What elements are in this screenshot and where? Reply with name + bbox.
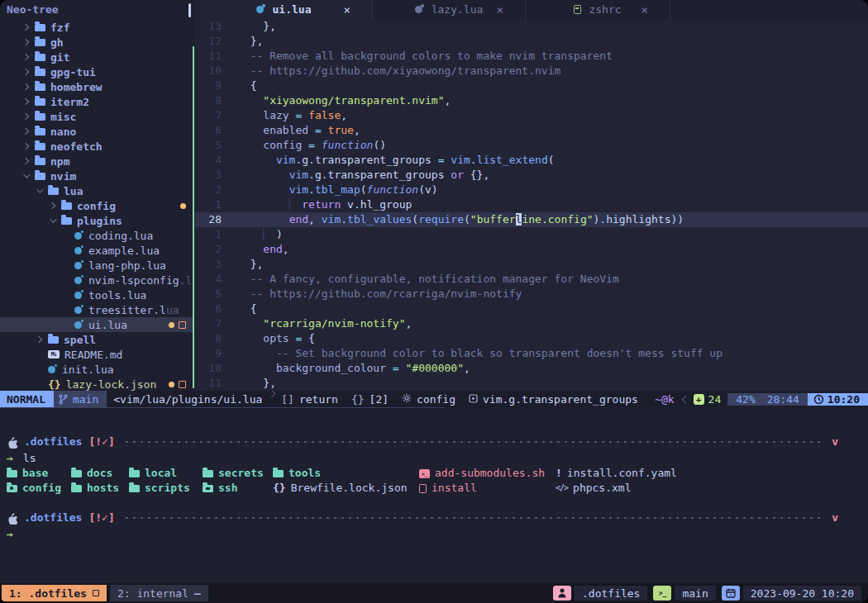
tree-item-nvim[interactable]: nvim (0, 169, 193, 183)
tab-zshrc[interactable]: zshrc× (526, 0, 670, 19)
code-token: vim (289, 183, 308, 196)
tree-item-ui-lua[interactable]: ui.lua (0, 317, 193, 332)
line-number: 1 (195, 197, 222, 212)
tree-item-lua[interactable]: lua (0, 183, 193, 198)
chevron-right-icon[interactable] (22, 158, 29, 164)
chevron-right-icon[interactable] (22, 24, 29, 31)
tree-item-fzf[interactable]: fzf (0, 20, 193, 35)
chevron-right-icon[interactable] (22, 143, 29, 150)
tab-lazy-lua[interactable]: lazy.lua× (373, 0, 526, 19)
tmux-window-2-internal[interactable]: 2: internal– (110, 585, 208, 601)
code-line[interactable]: 5 config = function() (195, 138, 868, 153)
chevron-down-icon[interactable] (50, 216, 56, 222)
line-number: 8 (195, 331, 222, 346)
line-number: 28 (195, 212, 222, 227)
tree-item-plugins[interactable]: plugins (0, 213, 193, 228)
chevron-down-icon[interactable] (23, 171, 30, 178)
tree-item-gpg-tui[interactable]: gpg-tui (0, 64, 193, 79)
lua-icon (415, 6, 422, 13)
code-line[interactable]: 12 }, (195, 34, 868, 49)
folder-icon (35, 83, 45, 91)
code-line[interactable]: 13 }, (195, 19, 868, 34)
tree-item-example-lua[interactable]: example.lua (0, 243, 193, 258)
chevron-right-icon[interactable] (22, 69, 29, 75)
code-line[interactable]: 9 { (195, 78, 868, 93)
code-line[interactable]: 5 -- https://github.com/rcarriga/nvim-no… (195, 287, 868, 302)
tree-item-label: README.md (64, 349, 122, 361)
chevron-right-icon[interactable] (22, 113, 29, 120)
modified-dot-badge (169, 382, 174, 387)
tree-item-readme-md[interactable]: M↓README.md (0, 347, 193, 362)
tree-item-config[interactable]: config (0, 198, 193, 213)
chevron-down-icon[interactable] (36, 186, 43, 192)
close-icon[interactable]: × (497, 3, 503, 17)
tree-item-homebrew[interactable]: homebrew (0, 79, 193, 94)
tree-item-coding-lua[interactable]: coding.lua (0, 228, 193, 243)
code-line[interactable]: 10 background_colour = "#000000", (195, 361, 868, 376)
tree-item-gh[interactable]: gh (0, 35, 193, 50)
code-line[interactable]: 7 "rcarriga/nvim-notify", (195, 316, 868, 331)
close-icon[interactable]: × (641, 3, 648, 17)
code-line[interactable]: 6 { (195, 302, 868, 316)
tmux-session-name[interactable]: .dotfiles (575, 586, 647, 601)
tree-item-nano[interactable]: nano (0, 124, 193, 139)
prompt-arrow-icon: → (7, 527, 13, 542)
active-prompt-line[interactable]: → (7, 527, 838, 542)
tree-item-misc[interactable]: misc (0, 109, 193, 124)
tree-item-treesitter-l[interactable]: treesitter.lua (0, 302, 193, 317)
tree-item-lazy-lock-json[interactable]: {}lazy-lock.json (0, 377, 193, 392)
tree-item-neofetch[interactable]: neofetch (0, 139, 193, 154)
tree-item-init-lua[interactable]: init.lua (0, 362, 193, 377)
code-line[interactable]: 10 -- https://github.com/xiyaowong/trans… (195, 64, 868, 78)
folder-icon (35, 128, 45, 135)
code-line[interactable]: 2 end, (195, 242, 868, 257)
chevron-right-icon[interactable] (22, 83, 29, 90)
tree-item-tools-lua[interactable]: tools.lua (0, 287, 193, 302)
line-number: 10 (195, 361, 222, 376)
code-line[interactable]: 8 "xiyaowong/transparent.nvim", (195, 93, 868, 108)
code-line[interactable]: 4 -- A fancy, configurable, notification… (195, 272, 868, 287)
code-text: }, (237, 257, 263, 272)
code-editor[interactable]: 13 },12 },11 -- Remove all background co… (195, 19, 868, 391)
code-line[interactable]: 3 vim.g.transparent_groups or {}, (195, 168, 868, 183)
neo-tree-scrollbar-thumb[interactable] (188, 3, 191, 17)
code-line[interactable]: 2 vim.tbl_map(function(v) (195, 183, 868, 197)
code-line[interactable]: 3 }, (195, 257, 868, 272)
tmux-window-1-dotfiles[interactable]: 1: .dotfiles (2, 585, 107, 601)
tree-item-spell[interactable]: spell (0, 332, 193, 347)
code-line[interactable]: 1 ▏ return v.hl_group (195, 197, 868, 212)
code-line[interactable]: 1 ▏ ) (195, 227, 868, 242)
chevron-right-icon[interactable] (22, 128, 29, 135)
code-line[interactable]: 4 vim.g.transparent_groups = vim.list_ex… (195, 153, 868, 168)
code-token (237, 169, 289, 181)
code-token: end (289, 213, 308, 226)
tree-item-iterm2[interactable]: iterm2 (0, 94, 193, 109)
chevron-right-icon[interactable] (36, 336, 42, 343)
ls-entry-ssh: ssh (203, 481, 237, 496)
code-token: function (367, 183, 419, 196)
chevron-right-icon[interactable] (22, 54, 29, 60)
tmux-datetime: 2023-09-20 10:20 (743, 586, 861, 601)
close-icon[interactable]: × (344, 3, 351, 17)
chevron-right-icon[interactable] (49, 202, 55, 209)
shell-pane[interactable]: .dotfiles [!✓] v → ls basedocslocalsecre… (0, 408, 868, 583)
code-line[interactable]: 7 lazy = false, (195, 108, 868, 123)
chevron-right-icon[interactable] (22, 98, 29, 105)
code-token: opts (263, 332, 289, 344)
code-line[interactable]: 11 }, (195, 376, 868, 391)
chevron-right-icon[interactable] (22, 39, 29, 45)
tree-item-nvim-lspconfig[interactable]: nvim-lspconfig.l (0, 273, 193, 287)
tree-item-lang-php-lua[interactable]: lang-php.lua (0, 258, 193, 273)
code-line[interactable]: 11 -- Remove all background colors to ma… (195, 49, 868, 64)
tree-item-label: treesitter.l (88, 304, 166, 316)
pane-separator[interactable] (193, 46, 194, 388)
code-token (237, 109, 263, 121)
folder-open-icon (35, 173, 45, 180)
code-line[interactable]: 6 enabled = true, (195, 123, 868, 138)
tree-item-git[interactable]: git (0, 50, 193, 64)
code-line[interactable]: 9 -- Set background color to black so tr… (195, 346, 868, 361)
tree-item-npm[interactable]: npm (0, 154, 193, 169)
tab-ui-lua[interactable]: ui.lua× (195, 0, 373, 19)
code-line-current[interactable]: 28 end, vim.tbl_values(require("bufferli… (195, 212, 868, 227)
code-line[interactable]: 8 opts = { (195, 331, 868, 346)
